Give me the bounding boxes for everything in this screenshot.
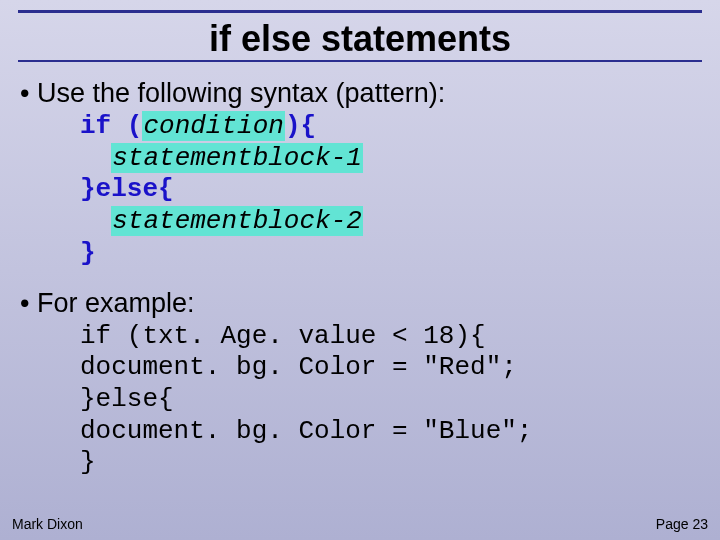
syntax-close-brace: ){: [285, 111, 316, 141]
footer-page: Page 23: [656, 516, 708, 532]
footer-author: Mark Dixon: [12, 516, 83, 532]
syntax-line-5: }: [80, 238, 700, 270]
keyword-else: else: [96, 174, 158, 204]
syntax-close2: }: [80, 238, 96, 268]
syntax-line-3: }else{: [80, 174, 700, 206]
title-underline: [18, 60, 702, 62]
placeholder-block2: statementblock-2: [111, 206, 363, 236]
syntax-line-2: statementblock-1: [80, 143, 700, 175]
bullet-syntax-intro: • Use the following syntax (pattern):: [20, 78, 700, 109]
syntax-open2: {: [158, 174, 174, 204]
example-line-1: if (txt. Age. value < 18){: [80, 321, 700, 353]
placeholder-block1: statementblock-1: [111, 143, 363, 173]
example-line-3: }else{: [80, 384, 700, 416]
syntax-line-4: statementblock-2: [80, 206, 700, 238]
placeholder-condition: condition: [142, 111, 284, 141]
example-codeblock: if (txt. Age. value < 18){ document. bg.…: [80, 321, 700, 480]
slide-title: if else statements: [0, 18, 720, 60]
syntax-line-1: if (condition){: [80, 111, 700, 143]
bullet-example-intro: • For example:: [20, 288, 700, 319]
keyword-if: if: [80, 111, 111, 141]
top-rule: [18, 10, 702, 13]
syntax-open: (: [111, 111, 142, 141]
slide-content: • Use the following syntax (pattern): if…: [20, 72, 700, 479]
example-line-2: document. bg. Color = "Red";: [80, 352, 700, 384]
syntax-close1: }: [80, 174, 96, 204]
example-line-5: }: [80, 447, 700, 479]
example-line-4: document. bg. Color = "Blue";: [80, 416, 700, 448]
syntax-codeblock: if (condition){ statementblock-1 }else{ …: [80, 111, 700, 270]
